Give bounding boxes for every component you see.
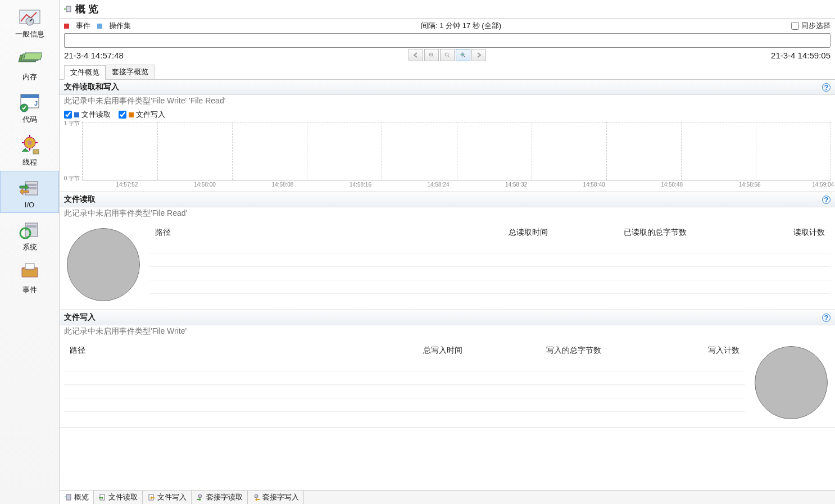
sidebar-item-events[interactable]: 事件 [0, 256, 59, 298]
legend-read-input[interactable] [64, 111, 72, 119]
sidebar-item-label: 事件 [22, 285, 37, 295]
file-write-mini-icon [147, 493, 155, 501]
x-axis: 14:57:52 14:58:00 14:58:08 14:58:16 14:5… [82, 181, 831, 189]
io-icon [16, 177, 43, 199]
nav-zoom-out-button[interactable] [424, 49, 439, 61]
nav-forward-button[interactable] [471, 49, 486, 61]
th-total-bytes-written[interactable]: 写入的总字节数 [468, 343, 606, 358]
code-icon: J [16, 91, 43, 113]
content: 文件读取和写入 ? 此记录中未启用事件类型'File Write' 'File … [60, 80, 835, 490]
th-read-count[interactable]: 读取计数 [692, 225, 831, 240]
help-icon[interactable]: ? [822, 314, 831, 322]
chart-legend: 文件读取 文件写入 [60, 110, 835, 122]
table-row [64, 398, 745, 412]
th-total-write-time[interactable]: 总写入时间 [330, 343, 468, 358]
sidebar-item-label: 代码 [22, 115, 37, 125]
btab-label: 概览 [74, 492, 89, 502]
help-icon[interactable]: ? [822, 83, 831, 92]
timeline-range[interactable] [64, 33, 831, 48]
th-total-read-time[interactable]: 总读取时间 [415, 225, 553, 240]
btab-label: 套接字读取 [206, 492, 243, 502]
sidebar-item-code[interactable]: J 代码 [0, 85, 59, 128]
rw-chart: 1 字节 0 字节 14:57:52 14:58:00 14:58:08 14:… [82, 122, 831, 189]
general-info-icon [16, 6, 43, 28]
section-write-title: 文件写入 [64, 312, 96, 323]
events-icon [16, 261, 43, 284]
bottom-tabs: 概览 文件读取 文件写入 套接字读取 套接字写入 [60, 490, 835, 504]
legend-write-checkbox[interactable]: 文件写入 [119, 110, 165, 120]
nav-back-button[interactable] [409, 49, 423, 61]
read-pie-chart [64, 225, 143, 304]
legend-read-checkbox[interactable]: 文件读取 [64, 110, 111, 120]
write-color-icon [129, 112, 134, 117]
svg-point-27 [255, 494, 258, 498]
sync-select-checkbox[interactable]: 同步选择 [791, 21, 831, 31]
section-write-sub: 此记录中未启用事件类型'File Write' [60, 325, 835, 340]
interval-label: 间隔: 1 分钟 17 秒 (全部) [138, 21, 784, 31]
overview-mini-icon [64, 493, 72, 501]
legend-write-label: 文件写入 [136, 110, 165, 120]
socket-write-mini-icon [252, 493, 260, 501]
section-rw-title: 文件读取和写入 [64, 82, 119, 92]
y-tick-1: 1 字节 [64, 120, 80, 128]
main: 概 览 事件 操作集 间隔: 1 分钟 17 秒 (全部) 同步选择 21-3-… [60, 0, 835, 504]
sidebar-item-label: 系统 [22, 242, 37, 252]
write-table-body [64, 358, 745, 414]
sync-select-input[interactable] [791, 22, 799, 30]
y-axis: 1 字节 0 字节 [60, 122, 81, 180]
btab-label: 文件写入 [157, 492, 187, 502]
table-row [149, 267, 831, 280]
btab-socket-read[interactable]: 套接字读取 [192, 491, 248, 504]
svg-text:J: J [34, 100, 38, 107]
sidebar-item-memory[interactable]: 内存 [0, 43, 59, 85]
section-rw-sub: 此记录中未启用事件类型'File Write' 'File Read' [60, 95, 835, 110]
tab-file-overview[interactable]: 文件概览 [64, 65, 106, 80]
write-table-header: 路径 总写入时间 写入的总字节数 写入计数 [64, 343, 745, 358]
page-title: 概 览 [75, 2, 98, 16]
sidebar-item-io[interactable]: I/O [0, 171, 59, 213]
tab-socket-overview[interactable]: 套接字概览 [106, 65, 155, 79]
table-row [149, 253, 831, 267]
end-time: 21-3-4 14:59:05 [771, 51, 831, 60]
nav-buttons [409, 49, 486, 61]
memory-icon [16, 48, 43, 71]
start-time: 21-3-4 14:57:48 [64, 51, 124, 60]
section-read-sub: 此记录中未启用事件类型'File Read' [60, 207, 835, 222]
legend-row: 事件 操作集 间隔: 1 分钟 17 秒 (全部) 同步选择 [60, 19, 835, 33]
event-legend-icon [64, 24, 69, 29]
btab-socket-write[interactable]: 套接字写入 [248, 491, 304, 504]
th-total-bytes-read[interactable]: 已读取的总字节数 [553, 225, 692, 240]
legend-read-label: 文件读取 [81, 110, 111, 120]
sidebar-item-general[interactable]: 一般信息 [0, 0, 59, 43]
svg-rect-4 [24, 53, 42, 60]
table-row [64, 371, 745, 385]
top-tabs: 文件概览 套接字概览 [60, 62, 835, 80]
read-table-body [149, 240, 831, 296]
th-write-count[interactable]: 写入计数 [607, 343, 745, 358]
table-row [64, 358, 745, 371]
btab-label: 套接字写入 [262, 492, 299, 502]
svg-rect-11 [33, 149, 39, 154]
read-table: 路径 总读取时间 已读取的总字节数 读取计数 [149, 225, 831, 304]
sync-select-label: 同步选择 [801, 21, 831, 31]
write-pie-chart [752, 343, 831, 422]
opset-legend-icon [97, 24, 102, 29]
btab-file-read[interactable]: 文件读取 [94, 491, 143, 504]
nav-zoom-reset-button[interactable] [440, 49, 455, 61]
svg-point-10 [28, 140, 32, 145]
sidebar: 一般信息 内存 J 代码 线程 I/O 系统 事件 [0, 0, 60, 504]
svg-rect-23 [66, 494, 71, 500]
th-path[interactable]: 路径 [149, 225, 415, 240]
sidebar-item-threads[interactable]: 线程 [0, 128, 59, 171]
svg-rect-15 [25, 223, 38, 237]
sidebar-item-system[interactable]: 系统 [0, 213, 59, 256]
nav-zoom-in-button[interactable] [456, 49, 470, 61]
sidebar-item-label: I/O [25, 201, 34, 209]
th-path[interactable]: 路径 [64, 343, 330, 358]
legend-write-input[interactable] [119, 111, 126, 119]
help-icon[interactable]: ? [822, 196, 831, 204]
btab-overview[interactable]: 概览 [60, 491, 94, 504]
btab-file-write[interactable]: 文件写入 [143, 491, 192, 504]
sidebar-item-label: 线程 [22, 157, 37, 167]
section-read-title: 文件读取 [64, 194, 96, 205]
